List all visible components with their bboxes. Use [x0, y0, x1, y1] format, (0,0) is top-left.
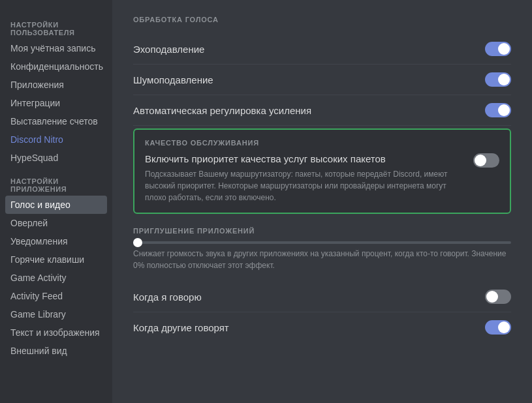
app-settings-section-label: НАСТРОЙКИ ПРИЛОЖЕНИЯ: [5, 172, 107, 196]
sidebar-item-discord-nitro[interactable]: Discord Nitro: [5, 130, 107, 149]
sidebar-item-notifications[interactable]: Уведомления: [5, 232, 107, 250]
auto-gain-row: Автоматическая регулировка усиления: [133, 95, 511, 126]
attenuation-slider-thumb[interactable]: [133, 238, 142, 247]
noise-suppression-row: Шумоподавление: [133, 65, 511, 95]
toggle-knob: [498, 74, 510, 85]
when-others-speak-toggle[interactable]: [485, 320, 511, 335]
sidebar-item-billing[interactable]: Выставление счетов: [5, 112, 107, 130]
when-i-speak-label: Когда я говорю: [133, 291, 202, 303]
when-others-speak-label: Когда другие говорят: [133, 322, 229, 333]
when-i-speak-row: Когда я говорю: [133, 282, 511, 312]
sidebar-item-activity-feed[interactable]: Activity Feed: [5, 287, 107, 305]
attenuation-description: Снижает громкость звука в других приложе…: [133, 248, 511, 271]
noise-suppression-label: Шумоподавление: [133, 74, 213, 85]
sidebar-item-privacy[interactable]: Конфиденциальность: [5, 57, 107, 76]
when-others-speak-row: Когда другие говорят: [133, 312, 511, 342]
sidebar-item-appearance[interactable]: Внешний вид: [5, 342, 107, 360]
qos-section-box: КАЧЕСТВО ОБСЛУЖИВАНИЯ Включить приоритет…: [133, 128, 511, 214]
sidebar-item-hotkeys[interactable]: Горячие клавиши: [5, 250, 107, 269]
attenuation-section: ПРИГЛУШЕНИЕ ПРИЛОЖЕНИЙ Снижает громкость…: [133, 227, 511, 271]
toggle-knob: [498, 321, 510, 333]
sidebar-item-overlay[interactable]: Оверлей: [5, 214, 107, 232]
sidebar-item-integrations[interactable]: Интеграции: [5, 94, 107, 112]
sidebar-item-game-activity[interactable]: Game Activity: [5, 269, 107, 287]
sidebar-item-apps[interactable]: Приложения: [5, 76, 107, 94]
sidebar: НАСТРОЙКИ ПОЛЬЗОВАТЕЛЯ Моя учётная запис…: [0, 0, 112, 403]
attenuation-slider-row: [133, 241, 511, 244]
echo-cancellation-row: Эхоподавление: [133, 34, 511, 65]
toggle-knob: [498, 104, 510, 116]
qos-section-title: КАЧЕСТВО ОБСЛУЖИВАНИЯ: [145, 139, 499, 147]
qos-toggle[interactable]: [473, 153, 499, 168]
qos-description: Подсказывает Вашему маршрутизатору: паке…: [145, 168, 465, 203]
auto-gain-toggle[interactable]: [485, 103, 511, 117]
auto-gain-label: Автоматическая регулировка усиления: [133, 105, 311, 116]
qos-row: Включить приоритет качества услуг высоки…: [145, 153, 499, 203]
attenuation-title: ПРИГЛУШЕНИЕ ПРИЛОЖЕНИЙ: [133, 227, 511, 235]
qos-text-block: Включить приоритет качества услуг высоки…: [145, 153, 473, 203]
sidebar-item-my-account[interactable]: Моя учётная запись: [5, 39, 107, 57]
attenuation-slider-track[interactable]: [133, 241, 511, 244]
toggle-knob: [498, 43, 510, 55]
toggle-knob: [475, 155, 486, 166]
sidebar-item-voice-video[interactable]: Голос и видео: [5, 196, 107, 214]
when-i-speak-toggle[interactable]: [485, 290, 511, 304]
echo-cancellation-label: Эхоподавление: [133, 44, 204, 55]
main-content: ОБРАБОТКА ГОЛОСА Эхоподавление Шумоподав…: [112, 0, 532, 403]
echo-cancellation-toggle[interactable]: [485, 42, 511, 56]
sidebar-item-text-images[interactable]: Текст и изображения: [5, 323, 107, 342]
voice-processing-title: ОБРАБОТКА ГОЛОСА: [133, 16, 511, 23]
sidebar-item-hypesquad[interactable]: HypeSquad: [5, 149, 107, 167]
qos-label: Включить приоритет качества услуг высоки…: [145, 153, 465, 164]
toggle-knob: [486, 291, 498, 303]
user-settings-section-label: НАСТРОЙКИ ПОЛЬЗОВАТЕЛЯ: [5, 16, 107, 39]
noise-suppression-toggle[interactable]: [485, 72, 511, 87]
sidebar-item-game-library[interactable]: Game Library: [5, 305, 107, 323]
